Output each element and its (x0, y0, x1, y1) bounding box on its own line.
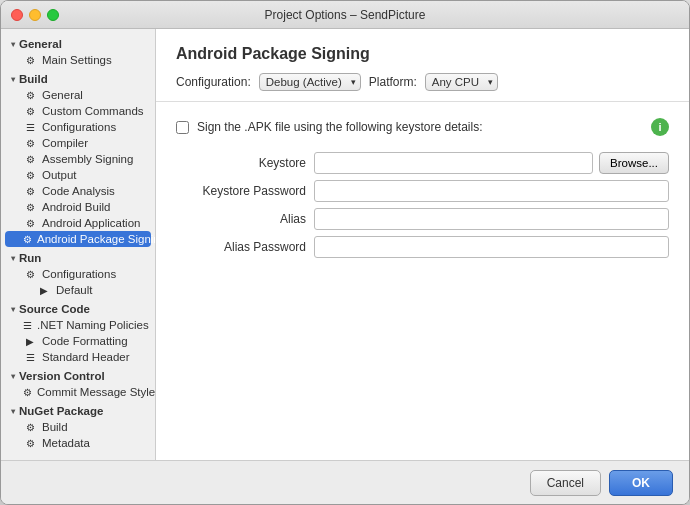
sidebar-group-general: ▾ General (1, 35, 155, 52)
sidebar-section-run: ▾ Run ⚙ Configurations ▶ Default (1, 249, 155, 298)
sidebar-section-source-code: ▾ Source Code ☰ .NET Naming Policies ▶ C… (1, 300, 155, 365)
sign-apk-checkbox[interactable] (176, 121, 189, 134)
triangle-icon: ▾ (11, 305, 15, 314)
sidebar-item-code-formatting[interactable]: ▶ Code Formatting (1, 333, 155, 349)
maximize-button[interactable] (47, 9, 59, 21)
android-icon: ⚙ (23, 234, 32, 245)
page-title: Android Package Signing (176, 45, 669, 63)
info-icon: i (651, 118, 669, 136)
alias-password-field-row (314, 236, 669, 258)
sign-apk-label: Sign the .APK file using the following k… (197, 120, 483, 134)
sidebar-item-run-default[interactable]: ▶ Default (1, 282, 155, 298)
main-content: ▾ General ⚙ Main Settings ▾ Build ⚙ Gene… (1, 29, 689, 460)
gear-icon: ⚙ (23, 186, 37, 197)
triangle-icon: ▾ (11, 40, 15, 49)
sidebar-item-configurations[interactable]: ☰ Configurations (1, 119, 155, 135)
alias-field-row (314, 208, 669, 230)
gear-icon: ⚙ (23, 170, 37, 181)
gear-icon: ⚙ (23, 154, 37, 165)
sidebar-item-main-settings[interactable]: ⚙ Main Settings (1, 52, 155, 68)
sidebar-item-android-build[interactable]: ⚙ Android Build (1, 199, 155, 215)
platform-label: Platform: (369, 75, 417, 89)
triangle-icon: ▾ (11, 407, 15, 416)
signing-form: Keystore Browse... Keystore Password Ali… (176, 152, 669, 258)
gear-icon: ⚙ (23, 55, 37, 66)
sidebar-item-android-package-signing[interactable]: ⚙ Android Package Signing (5, 231, 151, 247)
triangle-icon: ▾ (11, 372, 15, 381)
sidebar-item-assembly-signing[interactable]: ⚙ Assembly Signing (1, 151, 155, 167)
keystore-input[interactable] (314, 152, 593, 174)
keystore-password-field-row (314, 180, 669, 202)
alias-label: Alias (176, 212, 306, 226)
platform-dropdown[interactable]: Any CPU (425, 73, 498, 91)
project-options-window: Project Options – SendPicture ▾ General … (0, 0, 690, 505)
sidebar-item-output[interactable]: ⚙ Output (1, 167, 155, 183)
sidebar-group-nuget: ▾ NuGet Package (1, 402, 155, 419)
gear-icon: ⚙ (23, 422, 37, 433)
cancel-button[interactable]: Cancel (530, 470, 601, 496)
sidebar: ▾ General ⚙ Main Settings ▾ Build ⚙ Gene… (1, 29, 156, 460)
sidebar-item-custom-commands[interactable]: ⚙ Custom Commands (1, 103, 155, 119)
close-button[interactable] (11, 9, 23, 21)
sidebar-item-commit-message[interactable]: ⚙ Commit Message Style (1, 384, 155, 400)
list-icon: ☰ (23, 320, 32, 331)
main-panel-header: Android Package Signing Configuration: D… (156, 29, 689, 102)
main-panel: Android Package Signing Configuration: D… (156, 29, 689, 460)
sidebar-item-code-analysis[interactable]: ⚙ Code Analysis (1, 183, 155, 199)
gear-icon: ⚙ (23, 269, 37, 280)
list-icon: ☰ (23, 352, 37, 363)
gear-icon: ⚙ (23, 438, 37, 449)
sidebar-item-nuget-build[interactable]: ⚙ Build (1, 419, 155, 435)
main-body: Sign the .APK file using the following k… (156, 102, 689, 460)
keystore-password-label: Keystore Password (176, 184, 306, 198)
play-icon: ▶ (37, 285, 51, 296)
keystore-label: Keystore (176, 156, 306, 170)
sidebar-item-compiler[interactable]: ⚙ Compiler (1, 135, 155, 151)
sidebar-item-net-naming[interactable]: ☰ .NET Naming Policies (1, 317, 155, 333)
keystore-field-row: Browse... (314, 152, 669, 174)
configuration-dropdown[interactable]: Debug (Active) (259, 73, 361, 91)
sidebar-group-version-control: ▾ Version Control (1, 367, 155, 384)
sidebar-item-standard-header[interactable]: ☰ Standard Header (1, 349, 155, 365)
traffic-lights (11, 9, 59, 21)
browse-button[interactable]: Browse... (599, 152, 669, 174)
ok-button[interactable]: OK (609, 470, 673, 496)
list-icon: ▶ (23, 336, 37, 347)
android-icon: ⚙ (23, 202, 37, 213)
alias-password-label: Alias Password (176, 240, 306, 254)
window-title: Project Options – SendPicture (265, 8, 426, 22)
sidebar-section-build: ▾ Build ⚙ General ⚙ Custom Commands ☰ Co… (1, 70, 155, 247)
sidebar-section-general: ▾ General ⚙ Main Settings (1, 35, 155, 68)
alias-input[interactable] (314, 208, 669, 230)
sidebar-group-build: ▾ Build (1, 70, 155, 87)
sidebar-section-version-control: ▾ Version Control ⚙ Commit Message Style (1, 367, 155, 400)
config-label: Configuration: (176, 75, 251, 89)
footer: Cancel OK (1, 460, 689, 504)
gear-icon: ⚙ (23, 138, 37, 149)
minimize-button[interactable] (29, 9, 41, 21)
sidebar-item-nuget-metadata[interactable]: ⚙ Metadata (1, 435, 155, 451)
triangle-icon: ▾ (11, 254, 15, 263)
gear-icon: ⚙ (23, 106, 37, 117)
sign-apk-row: Sign the .APK file using the following k… (176, 118, 669, 136)
sidebar-item-android-application[interactable]: ⚙ Android Application (1, 215, 155, 231)
gear-icon: ⚙ (23, 90, 37, 101)
triangle-icon: ▾ (11, 75, 15, 84)
android-icon: ⚙ (23, 218, 37, 229)
list-icon: ☰ (23, 122, 37, 133)
gear-icon: ⚙ (23, 387, 32, 398)
keystore-password-input[interactable] (314, 180, 669, 202)
sidebar-section-nuget: ▾ NuGet Package ⚙ Build ⚙ Metadata (1, 402, 155, 451)
sidebar-group-run: ▾ Run (1, 249, 155, 266)
titlebar: Project Options – SendPicture (1, 1, 689, 29)
config-row: Configuration: Debug (Active) Platform: … (176, 73, 669, 91)
alias-password-input[interactable] (314, 236, 669, 258)
sidebar-item-run-configurations[interactable]: ⚙ Configurations (1, 266, 155, 282)
sidebar-group-source-code: ▾ Source Code (1, 300, 155, 317)
sidebar-item-build-general[interactable]: ⚙ General (1, 87, 155, 103)
